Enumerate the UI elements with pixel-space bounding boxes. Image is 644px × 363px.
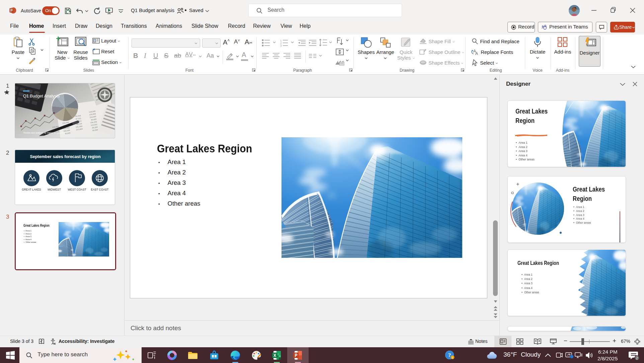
svg-text:2: 2 <box>636 356 638 360</box>
svg-text:?: ? <box>448 352 451 358</box>
svg-text:3: 3 <box>280 44 282 47</box>
svg-text:P: P <box>10 9 13 12</box>
svg-text:A: A <box>475 51 478 55</box>
svg-text:MIDWEST: MIDWEST <box>48 188 61 191</box>
svg-text:EAST COAST: EAST COAST <box>91 188 109 191</box>
svg-text:September sales forecast by re: September sales forecast by region <box>30 154 100 159</box>
svg-text:i: i <box>452 356 453 359</box>
svg-text:GREAT LAKES: GREAT LAKES <box>22 188 41 191</box>
svg-text:Q1 Budget Analysis: Q1 Budget Analysis <box>23 94 60 98</box>
svg-text:Review and analysis by region: Review and analysis by region for Q1 202… <box>23 132 65 134</box>
svg-text:WEST COAST: WEST COAST <box>68 188 86 191</box>
